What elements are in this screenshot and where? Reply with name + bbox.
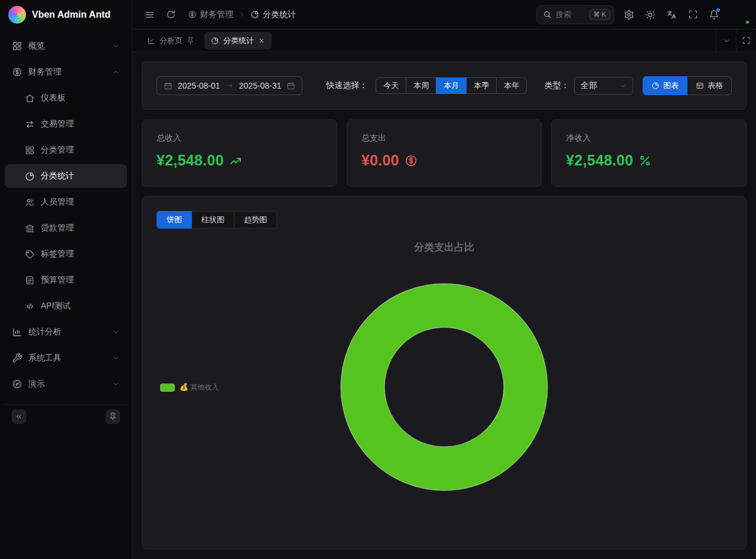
sidebar-item-categories[interactable]: 分类管理: [5, 138, 127, 162]
sidebar-footer: [5, 404, 127, 428]
chevron-right-icon: [238, 11, 246, 18]
breadcrumb: 财务管理 分类统计: [188, 9, 296, 20]
menu-toggle-button[interactable]: [139, 5, 159, 25]
dollar-circle-icon: [405, 154, 418, 167]
breadcrumb-finance[interactable]: 财务管理: [188, 9, 233, 20]
quick-year-button[interactable]: 本年: [496, 77, 527, 94]
main-area: 财务管理 分类统计 搜索 ⌘ K: [132, 0, 756, 559]
quick-today-button[interactable]: 今天: [376, 77, 406, 94]
legend-item[interactable]: 💰 其他收入: [160, 382, 219, 392]
sidebar-item-category-stats[interactable]: 分类统计: [5, 164, 127, 188]
sidebar-item-demo[interactable]: 演示: [5, 372, 127, 396]
wrench-icon: [12, 353, 22, 363]
line-chart-icon: [147, 37, 155, 45]
header: 财务管理 分类统计 搜索 ⌘ K: [132, 0, 756, 30]
legend-swatch: [160, 384, 175, 392]
user-avatar[interactable]: [730, 5, 750, 25]
chevron-down-icon: [112, 354, 120, 362]
pie-chart-icon: [211, 37, 219, 45]
notification-dot: [716, 8, 720, 12]
notifications-button[interactable]: [704, 5, 724, 25]
refresh-button[interactable]: [161, 5, 181, 25]
logo[interactable]: Vben Admin Antd: [0, 0, 132, 30]
table-icon: [696, 82, 704, 90]
tabs-bar: 分析页 分类统计: [132, 30, 756, 52]
stats-row: 总收入 ¥2,548.00 总支出 ¥0.00 净收入: [142, 119, 747, 187]
tab-menu-button[interactable]: [716, 30, 736, 51]
bank-icon: [25, 223, 35, 233]
sidebar-item-budget[interactable]: 预算管理: [5, 268, 127, 292]
trend-up-icon: [229, 154, 242, 167]
sidebar-item-transactions[interactable]: 交易管理: [5, 112, 127, 136]
sidebar-item-stats-analysis[interactable]: 统计分析: [5, 320, 127, 344]
type-select[interactable]: 全部: [574, 77, 633, 95]
logo-icon: [8, 6, 26, 24]
tab-analysis[interactable]: 分析页: [141, 32, 201, 50]
legend-label: 💰 其他收入: [180, 382, 219, 392]
pin-sidebar-button[interactable]: [106, 410, 120, 424]
users-icon: [25, 197, 35, 207]
chart-type-tabs: 饼图 柱状图 趋势图: [157, 211, 277, 229]
sidebar-item-overview[interactable]: 概览: [5, 34, 127, 58]
calendar-icon: [286, 82, 295, 90]
view-chart-button[interactable]: 图表: [643, 76, 687, 95]
quick-month-button[interactable]: 本月: [436, 77, 467, 94]
chart-card: 饼图 柱状图 趋势图 分类支出占比 💰 其他收入: [142, 196, 747, 550]
settings-button[interactable]: [619, 5, 639, 25]
api-code-icon: [25, 301, 35, 311]
sidebar-item-loans[interactable]: 贷款管理: [5, 216, 127, 240]
tabbar-controls: [716, 30, 756, 51]
dollar-circle-icon: [188, 10, 197, 19]
shortcut-badge: ⌘ K: [589, 9, 610, 20]
theme-toggle-button[interactable]: [640, 5, 660, 25]
donut-chart[interactable]: [338, 281, 550, 493]
pie-chart-icon: [250, 10, 259, 19]
date-range-picker[interactable]: 2025-08-01 2025-08-31: [157, 76, 302, 95]
stat-card-net: 净收入 ¥2,548.00: [551, 119, 747, 187]
sidebar-item-system-tools[interactable]: 系统工具: [5, 346, 127, 370]
date-start-value[interactable]: 2025-08-01: [178, 81, 220, 90]
sidebar-item-dashboard[interactable]: 仪表板: [5, 86, 127, 110]
sidebar: Vben Admin Antd 概览 财务管理 仪表板 交易管理: [0, 0, 132, 559]
online-status-dot: [745, 20, 750, 25]
calendar-icon: [164, 82, 172, 90]
sidebar-item-personnel[interactable]: 人员管理: [5, 190, 127, 214]
app-root: Vben Admin Antd 概览 财务管理 仪表板 交易管理: [0, 0, 756, 559]
quick-week-button[interactable]: 本周: [406, 77, 436, 94]
swap-icon: [25, 119, 35, 129]
chevron-up-icon: [112, 68, 120, 76]
date-end-value[interactable]: 2025-08-31: [239, 81, 282, 90]
close-icon[interactable]: [258, 37, 265, 44]
sidebar-item-tags[interactable]: 标签管理: [5, 242, 127, 266]
page-content: 2025-08-01 2025-08-31 快速选择： 今天 本周 本月 本季 …: [132, 52, 756, 559]
chart-tab-trend[interactable]: 趋势图: [234, 211, 277, 229]
bar-chart-icon: [12, 327, 22, 337]
pie-chart-icon: [651, 82, 660, 90]
expense-value: ¥0.00: [361, 152, 527, 169]
donut-slice: [363, 306, 526, 469]
type-and-view-section: 类型： 全部 图表 表格: [545, 76, 732, 95]
donut-inner-edge: [384, 327, 504, 447]
quick-quarter-button[interactable]: 本季: [466, 77, 497, 94]
search-icon: [543, 10, 552, 19]
breadcrumb-category-stats: 分类统计: [250, 9, 296, 20]
sidebar-item-finance[interactable]: 财务管理: [5, 60, 127, 84]
fullscreen-button[interactable]: [683, 5, 703, 25]
pin-icon[interactable]: [187, 37, 194, 44]
filter-card: 2025-08-01 2025-08-31 快速选择： 今天 本周 本月 本季 …: [142, 61, 747, 110]
chart-tab-pie[interactable]: 饼图: [157, 211, 192, 229]
search-input[interactable]: 搜索 ⌘ K: [536, 5, 614, 24]
home-icon: [25, 93, 35, 103]
sidebar-item-api-test[interactable]: API测试: [5, 294, 127, 318]
chart-tab-bar[interactable]: 柱状图: [191, 211, 234, 229]
language-button[interactable]: [662, 5, 682, 25]
view-table-button[interactable]: 表格: [687, 76, 732, 95]
maximize-content-button[interactable]: [736, 30, 756, 51]
compass-icon: [12, 379, 22, 389]
sidebar-menu: 概览 财务管理 仪表板 交易管理 分类管理 分类统: [0, 30, 132, 433]
tab-category-stats[interactable]: 分类统计: [204, 32, 272, 50]
collapse-sidebar-button[interactable]: [12, 410, 26, 424]
stat-card-income: 总收入 ¥2,548.00: [142, 119, 337, 187]
chevron-down-icon: [112, 380, 120, 388]
category-grid-icon: [25, 145, 35, 155]
